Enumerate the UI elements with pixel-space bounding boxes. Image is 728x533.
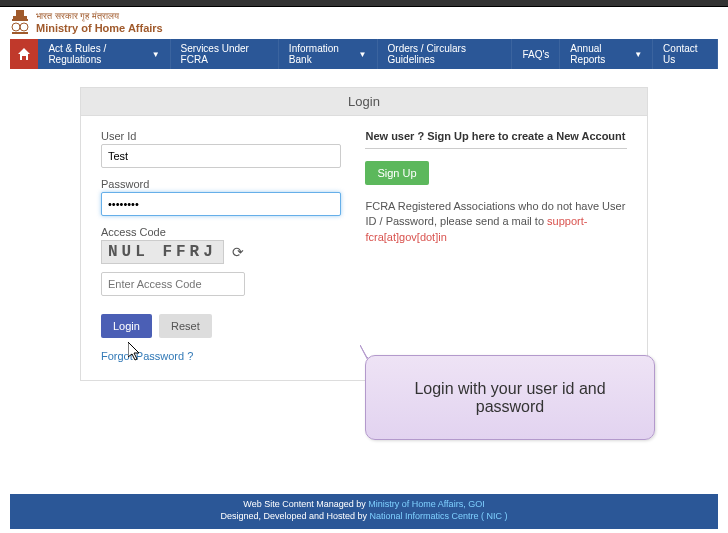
svg-rect-1 — [13, 16, 27, 19]
password-label: Password — [101, 178, 341, 190]
emblem-icon — [10, 10, 30, 36]
nav-contact[interactable]: Contact Us — [653, 39, 718, 69]
password-input[interactable] — [101, 192, 341, 216]
nav-act-rules[interactable]: Act & Rules / Regulations▼ — [38, 39, 170, 69]
home-icon — [17, 47, 31, 61]
window-topbar — [0, 0, 728, 7]
main-nav: Act & Rules / Regulations▼ Services Unde… — [10, 39, 718, 69]
access-code-input[interactable] — [101, 272, 245, 296]
nav-services[interactable]: Services Under FCRA — [171, 39, 279, 69]
instruction-callout: Login with your user id and password — [365, 355, 655, 440]
caret-icon: ▼ — [152, 50, 160, 59]
nav-label: FAQ's — [522, 49, 549, 60]
signup-button[interactable]: Sign Up — [365, 161, 428, 185]
nav-label: Services Under FCRA — [181, 43, 268, 65]
nav-faqs[interactable]: FAQ's — [512, 39, 560, 69]
caret-icon: ▼ — [359, 50, 367, 59]
user-id-label: User Id — [101, 130, 341, 142]
caret-icon: ▼ — [634, 50, 642, 59]
nav-label: Act & Rules / Regulations — [48, 43, 147, 65]
login-panel: Login User Id Password Access Code NUL F… — [80, 87, 648, 381]
header-title-english: Ministry of Home Affairs — [36, 22, 163, 34]
panel-title: Login — [81, 88, 647, 116]
nav-label: Information Bank — [289, 43, 355, 65]
footer-hosted-link[interactable]: National Informatics Centre ( NIC ) — [370, 511, 508, 521]
nav-annual-reports[interactable]: Annual Reports▼ — [560, 39, 653, 69]
site-header: भारत सरकार गृह मंत्रालय Ministry of Home… — [0, 7, 728, 39]
nav-label: Orders / Circulars Guidelines — [388, 43, 502, 65]
footer-managed-text: Web Site Content Managed by — [243, 499, 368, 509]
reset-button[interactable]: Reset — [159, 314, 212, 338]
signup-info: FCRA Registered Associations who do not … — [365, 199, 627, 245]
svg-rect-5 — [12, 32, 28, 34]
svg-point-3 — [12, 23, 20, 31]
callout-text: Login with your user id and password — [382, 380, 638, 416]
nav-label: Contact Us — [663, 43, 707, 65]
user-id-input[interactable] — [101, 144, 341, 168]
captcha-image: NUL FFRJ — [101, 240, 224, 264]
svg-rect-0 — [16, 10, 24, 16]
nav-home[interactable] — [10, 39, 38, 69]
nav-orders[interactable]: Orders / Circulars Guidelines — [378, 39, 513, 69]
svg-rect-2 — [12, 19, 28, 21]
svg-point-4 — [20, 23, 28, 31]
footer-hosted-text: Designed, Developed and Hosted by — [220, 511, 369, 521]
nav-info-bank[interactable]: Information Bank▼ — [279, 39, 378, 69]
site-footer: Web Site Content Managed by Ministry of … — [10, 494, 718, 529]
access-code-label: Access Code — [101, 226, 341, 238]
forgot-password-link[interactable]: Forgot Password ? — [101, 350, 193, 362]
login-button[interactable]: Login — [101, 314, 152, 338]
nav-label: Annual Reports — [570, 43, 630, 65]
signup-heading: New user ? Sign Up here to create a New … — [365, 130, 627, 149]
refresh-captcha-icon[interactable]: ⟳ — [232, 244, 244, 260]
footer-managed-link[interactable]: Ministry of Home Affairs, GOI — [368, 499, 484, 509]
header-title-hindi: भारत सरकार गृह मंत्रालय — [36, 12, 163, 22]
